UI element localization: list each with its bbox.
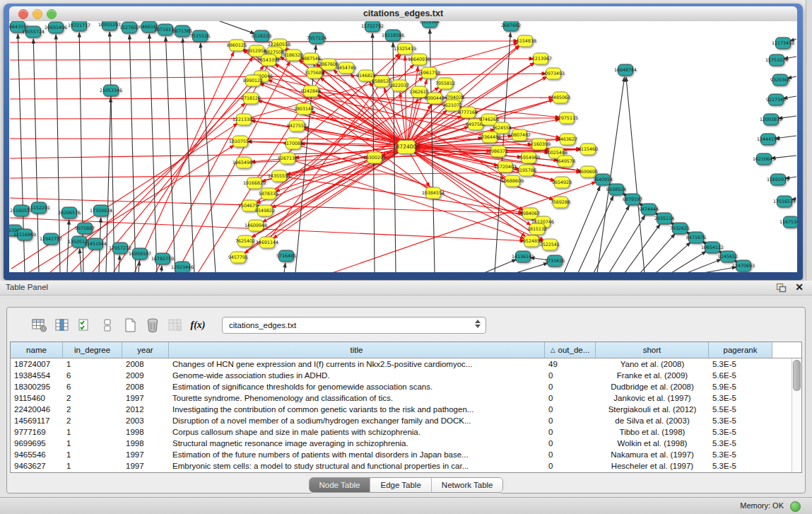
graph-node[interactable]: 19218586 xyxy=(382,30,404,41)
validate-columns-icon[interactable] xyxy=(76,317,93,333)
graph-node[interactable]: 16782759 xyxy=(151,253,174,264)
graph-node[interactable]: 9887546 xyxy=(301,53,321,64)
graph-node[interactable]: 12975115 xyxy=(555,112,578,124)
graph-node[interactable]: 9115460 xyxy=(578,144,598,155)
table-row[interactable]: 946554611997Estimation of the future num… xyxy=(11,449,792,460)
graph-node[interactable]: 1527602 xyxy=(119,22,139,33)
graph-node[interactable]: 20691406 xyxy=(45,22,67,33)
graph-node[interactable]: 9654923 xyxy=(552,177,572,188)
graph-node[interactable]: 7625402 xyxy=(235,235,255,247)
graph-node[interactable]: 14136141 xyxy=(512,251,534,262)
graph-node[interactable]: 7515526 xyxy=(190,30,210,42)
table-row[interactable]: 1872400712008Changes of HCN gene express… xyxy=(11,358,792,370)
graph-node[interactable]: 9699695 xyxy=(578,166,598,177)
graph-node[interactable]: 8860125 xyxy=(227,40,247,51)
graph-node[interactable]: 1733426 xyxy=(545,255,565,267)
graph-node[interactable]: 9245652 xyxy=(718,251,738,262)
graph-node[interactable]: 8128229 xyxy=(252,30,271,42)
graph-node[interactable]: 1815132 xyxy=(527,223,547,235)
graph-node[interactable]: 9227343 xyxy=(766,94,786,105)
graph-node[interactable]: 2803144 xyxy=(294,103,314,115)
graph-node[interactable]: 6879197 xyxy=(623,194,642,205)
vertical-scrollbar[interactable] xyxy=(792,358,801,472)
delete-table-icon[interactable] xyxy=(144,317,161,333)
graph-node[interactable]: 1588520 xyxy=(372,76,392,87)
graph-node[interactable]: 10955297 xyxy=(98,21,121,30)
table-row[interactable]: 1456911722003Disruption of a novel membe… xyxy=(11,415,792,426)
column-header-year[interactable]: year xyxy=(122,342,169,358)
network-view[interactable]: 2064359619055724206914061972171710955297… xyxy=(9,21,797,272)
graph-node[interactable]: 21053346 xyxy=(100,85,122,96)
graph-node[interactable]: 9975887 xyxy=(75,223,95,234)
network-window-titlebar[interactable]: citations_edges.txt xyxy=(9,6,797,22)
graph-node[interactable]: 12923446 xyxy=(171,262,194,272)
graph-node[interactable]: 8990448 xyxy=(425,93,445,104)
column-header-in_degree[interactable]: in_degree xyxy=(63,342,122,358)
graph-node[interactable]: 15751074 xyxy=(765,54,788,66)
graph-node[interactable]: 10688609 xyxy=(501,175,524,187)
graph-node[interactable]: 9649578 xyxy=(555,156,575,167)
graph-node[interactable]: 12093872 xyxy=(760,114,782,125)
graph-node[interactable]: 1640954 xyxy=(593,174,613,185)
graph-node[interactable]: 13325419 xyxy=(394,43,416,54)
table-row[interactable]: 1938455462009Genome-wide association stu… xyxy=(11,370,792,381)
graph-node[interactable]: 19166829 xyxy=(243,177,266,189)
graph-node[interactable]: 5549822 xyxy=(255,205,275,216)
graph-node[interactable]: 8471676 xyxy=(686,232,706,243)
graph-node[interactable]: 12444154 xyxy=(757,134,779,145)
graph-node[interactable]: 17016534 xyxy=(773,196,796,207)
tab-network-table[interactable]: Network Table xyxy=(431,478,503,492)
tab-node-table[interactable]: Node Table xyxy=(310,478,370,492)
graph-node[interactable]: 12942757 xyxy=(40,233,62,245)
graph-node[interactable]: 15720407 xyxy=(494,161,517,173)
graph-node[interactable]: 8319364 xyxy=(420,21,440,28)
graph-node[interactable]: 15722792 xyxy=(361,21,384,32)
graph-node[interactable]: 19721717 xyxy=(68,21,90,31)
graph-node[interactable]: 16961758 xyxy=(418,67,440,78)
graph-node[interactable]: 12213383 xyxy=(233,114,255,125)
import-table-icon[interactable] xyxy=(167,317,184,333)
graph-node[interactable]: 8990121 xyxy=(243,75,263,86)
graph-node[interactable]: 2867608 xyxy=(319,59,339,70)
graph-node[interactable]: 10654112 xyxy=(701,242,724,253)
column-header-name[interactable]: name xyxy=(11,342,63,358)
graph-node[interactable]: 7957224 xyxy=(307,33,326,44)
graph-node[interactable]: 6671385 xyxy=(172,25,192,37)
graph-node[interactable]: 9777169 xyxy=(458,107,478,118)
graph-node[interactable]: 4170088 xyxy=(283,138,303,149)
column-header-pagerank[interactable]: pagerank xyxy=(709,342,772,358)
table-row[interactable]: 977716911998Corpus callosum shape and si… xyxy=(11,426,792,438)
show-column-icon[interactable] xyxy=(54,317,71,333)
float-panel-icon[interactable] xyxy=(776,283,787,293)
graph-node[interactable]: 17359924 xyxy=(90,205,112,216)
table-selector-dropdown[interactable]: citations_edges.txt xyxy=(222,317,486,334)
column-header-title[interactable]: title xyxy=(169,342,545,358)
graph-node[interactable]: 8186328 xyxy=(283,49,303,61)
graph-node[interactable]: 9822037 xyxy=(389,80,409,91)
graph-node[interactable]: 7955812 xyxy=(435,78,455,89)
column-header-out_de[interactable]: △out_de... xyxy=(545,342,596,358)
graph-node[interactable]: 12470693 xyxy=(732,260,755,271)
graph-node[interactable]: 2522541 xyxy=(540,239,560,250)
graph-node[interactable]: 2687682 xyxy=(501,21,521,31)
table-row[interactable]: 946362711997Embryonic stem cells: a mode… xyxy=(11,460,792,472)
graph-node[interactable]: 11675300 xyxy=(779,216,797,228)
table-row[interactable]: 911546021997Tourette syndrome. Phenomeno… xyxy=(11,392,792,404)
graph-node[interactable]: 8427552 xyxy=(287,120,307,132)
graph-node[interactable]: 8938924 xyxy=(606,184,626,195)
close-panel-icon[interactable]: ✕ xyxy=(795,281,804,293)
graph-node[interactable]: 9267130 xyxy=(278,153,298,164)
graph-node[interactable]: 5716485 xyxy=(276,250,296,262)
table-row[interactable]: 1830029562008Estimation of significance … xyxy=(11,381,792,392)
tab-edge-table[interactable]: Edge Table xyxy=(370,478,430,492)
graph-node[interactable]: 9242848 xyxy=(301,86,321,97)
graph-node[interactable]: 20206576 xyxy=(58,207,81,218)
graph-node[interactable]: 9195786 xyxy=(517,165,536,176)
graph-node[interactable]: 18107554 xyxy=(229,136,252,147)
column-settings-icon[interactable] xyxy=(31,317,48,333)
graph-node[interactable]: 16210643 xyxy=(753,153,775,165)
graph-node[interactable]: 7986372 xyxy=(488,146,508,157)
graph-node[interactable]: 2935114 xyxy=(654,213,674,224)
graph-node[interactable]: 16154838 xyxy=(514,35,536,47)
graph-node[interactable]: 9329366 xyxy=(770,74,790,86)
